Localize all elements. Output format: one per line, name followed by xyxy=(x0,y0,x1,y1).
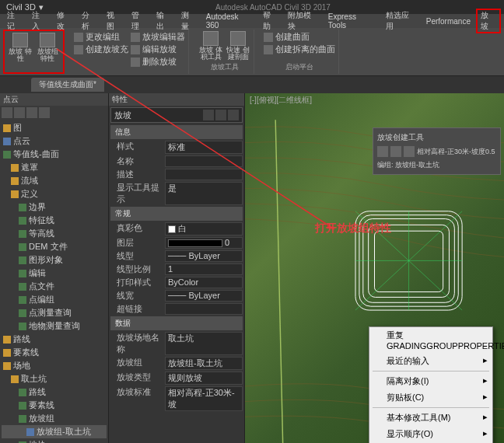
combo-icon[interactable] xyxy=(228,110,239,120)
context-menu-item[interactable]: 最近的输入▸ xyxy=(369,353,492,369)
tool-icon[interactable] xyxy=(26,107,37,118)
menu-item[interactable]: Express Tools xyxy=(324,12,380,30)
property-section-header[interactable]: 常规 xyxy=(110,207,243,221)
property-row[interactable]: 显示工具提示是 xyxy=(109,181,244,206)
tree-item[interactable]: 取土坑 xyxy=(2,372,107,385)
property-row[interactable]: 线型─── ByLayer xyxy=(109,249,244,263)
annotation-text: 打开放坡组特性 xyxy=(315,222,391,235)
tool-icon[interactable] xyxy=(404,146,415,157)
tool-icon[interactable] xyxy=(390,146,401,157)
volume-tool-button[interactable]: 放坡 体积工具 xyxy=(198,31,223,61)
quick-section-button[interactable]: 快速 创建剖面 xyxy=(226,31,250,61)
menu-bar: 注记注入修改分析视图管理输出测量Autodesk 360帮助附加模块Expres… xyxy=(0,14,504,28)
property-row[interactable]: 真彩色白 xyxy=(109,222,244,236)
context-menu-item[interactable]: 显示顺序(O)▸ xyxy=(369,426,492,442)
property-section-header[interactable]: 信息 xyxy=(110,125,243,139)
property-row[interactable]: 线宽─── ByLayer xyxy=(109,289,244,302)
context-menu-item[interactable]: 剪贴板(C)▸ xyxy=(369,389,492,406)
tree-item[interactable]: 要素线 xyxy=(2,399,107,412)
model-viewport[interactable]: [-][俯视][二维线框] 放坡创建工具 相对高程-正30米-坡度0.5 编组:… xyxy=(245,93,504,443)
tree-item[interactable]: 要素线 xyxy=(2,346,107,359)
tree-item[interactable]: 地块 xyxy=(2,438,107,443)
property-row[interactable]: 放坡组放坡组-取土坑 xyxy=(109,356,244,371)
tree-item[interactable]: 编辑 xyxy=(2,267,107,280)
create-detached-surface-button[interactable]: 创建拆离的曲面 xyxy=(264,44,335,55)
toolspace-header: 点云 xyxy=(0,93,108,106)
criteria-label: 相对高程-正30米-坡度0.5 xyxy=(417,147,495,157)
ribbon-small-col1: 更改编组 创建放坡充 xyxy=(74,31,128,55)
ribbon-group-label: 放坡工具 xyxy=(211,62,239,72)
tree-item[interactable]: 等高线 xyxy=(2,227,107,240)
property-row[interactable]: 放坡标准相对高程-正30米-坡 xyxy=(109,385,244,412)
delete-grading-button[interactable]: 删除放坡 xyxy=(131,56,185,68)
ribbon-group-tools: 放坡 体积工具 快速 创建剖面 放坡工具 xyxy=(195,30,254,74)
prospector-tree[interactable]: 图点云等值线-曲面遮罩流域定义边界特征线等高线DEM 文件图形对象编辑点文件点编… xyxy=(0,120,108,443)
property-row[interactable]: 名称 xyxy=(109,155,244,168)
ribbon-group-launch: 创建曲面 创建拆离的曲面 启动平台 xyxy=(261,30,339,74)
context-menu-item[interactable]: 基本修改工具(M)▸ xyxy=(369,410,492,426)
properties-panel: 特性 放坡 信息样式标准名称描述显示工具提示是常规真彩色白图层0线型─── By… xyxy=(109,93,245,443)
context-menu-item[interactable]: 重复 GRADINGGROUPPROPERTIES(R) xyxy=(369,327,492,353)
ribbon-small-col2: 放坡编辑器 编辑放坡 删除放坡 xyxy=(131,31,185,68)
main-area: 点云 图点云等值线-曲面遮罩流域定义边界特征线等高线DEM 文件图形对象编辑点文… xyxy=(0,93,504,443)
tree-item[interactable]: 路线 xyxy=(2,333,107,346)
context-menu-item[interactable]: 隔离对象(I)▸ xyxy=(369,373,492,389)
menu-item[interactable]: 放坡 xyxy=(476,9,501,33)
tool-icon[interactable] xyxy=(39,107,50,118)
ribbon: 放坡 特性 放坡组 特性 更改编组 创建放坡充 放坡编辑器 编辑放坡 删除放坡 … xyxy=(0,28,504,76)
tree-item[interactable]: 遮罩 xyxy=(2,161,107,174)
object-type-value: 放坡 xyxy=(114,110,131,121)
combo-icon[interactable] xyxy=(215,110,226,120)
tree-item[interactable]: 图 xyxy=(2,121,107,134)
edit-grading-button[interactable]: 编辑放坡 xyxy=(131,44,185,55)
grading-creation-tools[interactable]: 放坡创建工具 相对高程-正30米-坡度0.5 编组: 放坡组-取土坑 xyxy=(373,127,501,175)
menu-item[interactable]: 精选应用 xyxy=(382,9,421,33)
property-row[interactable]: 放坡场地名称取土坑 xyxy=(109,331,244,356)
tool-icon[interactable] xyxy=(377,146,388,157)
properties-header: 特性 xyxy=(109,93,244,106)
property-row[interactable]: 描述 xyxy=(109,168,244,181)
property-row[interactable]: 样式标准 xyxy=(109,140,244,155)
object-type-combo[interactable]: 放坡 xyxy=(110,107,243,123)
toolspace-panel: 点云 图点云等值线-曲面遮罩流域定义边界特征线等高线DEM 文件图形对象编辑点文… xyxy=(0,93,109,443)
property-row[interactable]: 线型比例1 xyxy=(109,263,244,276)
tree-item[interactable]: 路线 xyxy=(2,385,107,399)
document-tab[interactable]: 等值线生成曲面* xyxy=(31,78,104,92)
tree-item[interactable]: 场地 xyxy=(2,359,107,372)
group-label: 编组: 放坡组-取土坑 xyxy=(377,160,439,170)
property-row[interactable]: 超链接 xyxy=(109,302,244,316)
property-row[interactable]: 放坡类型规则放坡 xyxy=(109,371,244,385)
context-menu[interactable]: 重复 GRADINGGROUPPROPERTIES(R)最近的输入▸隔离对象(I… xyxy=(369,326,493,443)
viewport-label[interactable]: [-][俯视][二维线框] xyxy=(250,95,312,106)
document-tab-bar: 等值线生成曲面* xyxy=(0,76,504,93)
property-section-header[interactable]: 数据 xyxy=(110,316,243,330)
combo-icon[interactable] xyxy=(203,110,214,120)
toolspace-toolbar xyxy=(0,106,108,120)
tree-item[interactable]: 特征线 xyxy=(2,214,107,227)
tool-icon[interactable] xyxy=(14,107,25,118)
create-fill-button[interactable]: 创建放坡充 xyxy=(74,44,128,55)
tree-item[interactable]: 定义 xyxy=(2,187,107,201)
tree-item[interactable]: 点文件 xyxy=(2,280,107,293)
grading-props-button[interactable]: 放坡 特性 xyxy=(8,33,33,62)
menu-item[interactable]: Performance xyxy=(422,16,474,26)
tool-icon[interactable] xyxy=(2,107,12,118)
grading-editor-button[interactable]: 放坡编辑器 xyxy=(131,31,185,43)
change-group-button[interactable]: 更改编组 xyxy=(74,31,128,43)
tree-item[interactable]: 点编组 xyxy=(2,293,107,306)
tree-item[interactable]: 等值线-曲面 xyxy=(2,148,107,161)
tree-item[interactable]: 地物测量查询 xyxy=(2,319,107,333)
tree-item[interactable]: 点测量查询 xyxy=(2,306,107,319)
create-surface-button[interactable]: 创建曲面 xyxy=(264,31,335,43)
tree-item[interactable]: 放坡组 xyxy=(2,412,107,425)
tree-item[interactable]: 点云 xyxy=(2,134,107,148)
property-row[interactable]: 图层0 xyxy=(109,236,244,249)
tree-item[interactable]: 图形对象 xyxy=(2,253,107,267)
tree-item[interactable]: 流域 xyxy=(2,174,107,187)
menu-item[interactable]: Autodesk 360 xyxy=(202,12,257,30)
tree-item[interactable]: DEM 文件 xyxy=(2,240,107,253)
tree-item[interactable]: 放坡组-取土坑 xyxy=(2,425,107,438)
property-row[interactable]: 打印样式ByColor xyxy=(109,276,244,289)
tree-item[interactable]: 边界 xyxy=(2,201,107,214)
grading-group-props-button[interactable]: 放坡组 特性 xyxy=(35,33,60,62)
